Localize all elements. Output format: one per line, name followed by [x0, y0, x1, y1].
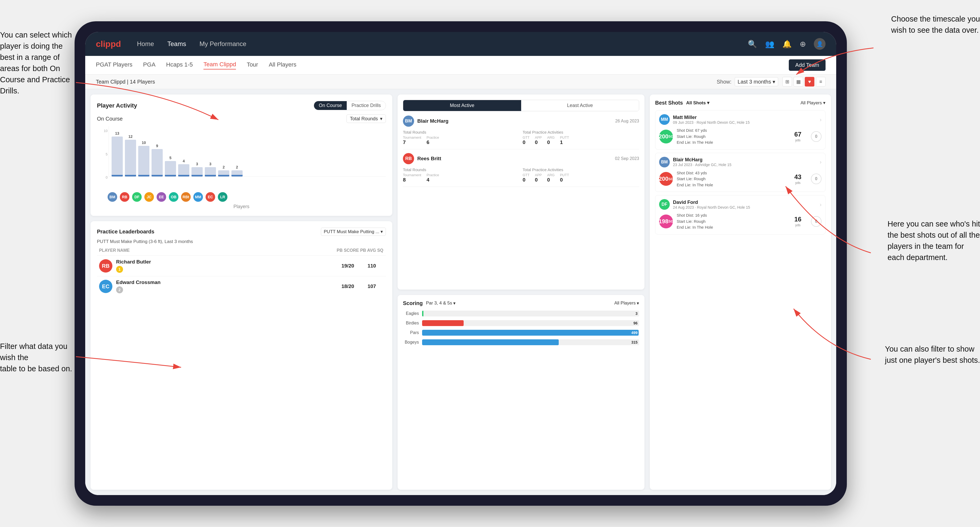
annotation-bottom-left: Filter what data you wish thetable to be… — [0, 341, 77, 374]
best-shots-title: Best Shots — [655, 100, 683, 106]
lb-row-crossman[interactable]: EC Edward Crossman 2 18/20 107 — [97, 276, 386, 297]
chart-filter-dropdown[interactable]: Total Rounds ▾ — [347, 114, 386, 123]
chevron-right-icon-3: › — [820, 202, 822, 208]
shot-stat2-mcharg: 0 — [811, 173, 822, 184]
avatar-butler[interactable]: RBt — [181, 192, 191, 202]
y-label-10: 10 — [97, 129, 108, 133]
shot-row-dford[interactable]: DF David Ford 24 Aug 2023 · Royal North … — [655, 195, 826, 235]
sub-nav-tour[interactable]: Tour — [247, 61, 258, 69]
scoring-filter2[interactable]: All Players ▾ — [614, 300, 639, 306]
lb-col-pbscore: PB SCORE — [336, 248, 360, 253]
shot-row-mcharg[interactable]: BM Blair McHarg 23 Jul 2023 · Ashridge G… — [655, 153, 826, 192]
sc-bar-pars: Pars 499 — [403, 330, 639, 336]
best-shots-card: Best Shots All Shots ▾ All Players ▾ MM … — [650, 94, 831, 490]
sub-nav-allplayers[interactable]: All Players — [269, 61, 296, 69]
leaderboard-select[interactable]: PUTT Must Make Putting ... ▾ — [321, 227, 386, 236]
shot-stat1-miller: 67 yds — [789, 131, 807, 142]
lb-col-pbavg: PB AVG SQ — [360, 248, 384, 253]
add-team-button[interactable]: Add Team — [789, 59, 826, 71]
avatar-robertson[interactable]: LR — [218, 192, 228, 202]
lb-score-crossman: 18/20 — [336, 284, 360, 289]
nav-item-teams[interactable]: Teams — [167, 40, 186, 48]
sub-nav-pga[interactable]: PGA — [143, 61, 155, 69]
lb-col-playername: PLAYER NAME — [99, 248, 336, 253]
avatar-miller[interactable]: MM — [193, 192, 203, 202]
view-heart-icon[interactable]: ♥ — [805, 77, 815, 86]
activity-player-mcharg: BM Blair McHarg 26 Aug 2023 Total Rounds… — [403, 116, 639, 149]
view-grid-icon[interactable]: ⊞ — [783, 77, 792, 86]
shot-meta-miller: 09 Jun 2023 · Royal North Devon GC, Hole… — [673, 120, 820, 125]
timescale-select[interactable]: Last 3 months ▾ — [735, 77, 778, 86]
shot-badge-miller: 200SG — [659, 130, 673, 143]
most-active-card: Most Active Least Active BM Blair McHarg… — [398, 94, 644, 290]
tablet-screen: clippd Home Teams My Performance 🔍 👥 🔔 ⊕… — [85, 32, 836, 495]
team-name: Team Clippd | 14 Players — [96, 79, 717, 85]
team-header: Team Clippd | 14 Players Show: Last 3 mo… — [85, 75, 836, 89]
avatar-ebert[interactable]: EE — [157, 192, 166, 202]
lb-name-crossman: Edward Crossman — [116, 279, 161, 285]
lb-score-butler: 19/20 — [336, 263, 360, 269]
ap-practice-britt: Total Practice Activities GTT 0 APP 0 — [523, 167, 640, 183]
shot-name-dford: David Ford — [673, 200, 820, 205]
shot-detail-mcharg: Shot Dist: 43 yds Start Lie: Rough End L… — [677, 170, 785, 188]
sub-nav-teamclippd[interactable]: Team Clippd — [204, 61, 236, 70]
sub-nav: PGAT Players PGA Hcaps 1-5 Team Clippd T… — [85, 56, 836, 75]
ap-practice-mcharg: Total Practice Activities GTT 0 APP 0 — [523, 130, 640, 145]
tab-most-active[interactable]: Most Active — [403, 100, 521, 111]
shot-stat1-dford: 16 yds — [789, 216, 807, 227]
on-course-toggle[interactable]: On Course — [314, 101, 347, 110]
chevron-right-icon: › — [820, 117, 822, 123]
player-activity-title: Player Activity — [97, 102, 314, 109]
users-icon[interactable]: 👥 — [765, 40, 775, 48]
circle-plus-icon[interactable]: ⊕ — [800, 40, 806, 48]
shot-row-miller[interactable]: MM Matt Miller 09 Jun 2023 · Royal North… — [655, 110, 826, 149]
avatar-britt[interactable]: RB — [120, 192, 129, 202]
avatar-mcharg[interactable]: BM — [108, 192, 117, 202]
shot-detail-dford: Shot Dist: 16 yds Start Lie: Rough End L… — [677, 213, 785, 230]
shot-info-dford: David Ford 24 Aug 2023 · Royal North Dev… — [673, 200, 820, 210]
tablet-frame: clippd Home Teams My Performance 🔍 👥 🔔 ⊕… — [75, 21, 847, 506]
sc-bar-eagles: Eagles 3 — [403, 311, 639, 316]
lb-row-butler[interactable]: RB Richard Butler 1 19/20 110 — [97, 256, 386, 276]
nav-item-myperformance[interactable]: My Performance — [199, 40, 247, 48]
bs-tab-allshots[interactable]: All Shots ▾ — [686, 100, 709, 106]
sub-nav-pgat[interactable]: PGAT Players — [96, 61, 132, 69]
annotation-right-middle: Here you can see who's hitthe best shots… — [888, 218, 980, 263]
ap-avatar-britt: RB — [403, 153, 414, 164]
view-tile-icon[interactable]: ▦ — [794, 77, 803, 86]
avatar-billingham[interactable]: OB — [169, 192, 178, 202]
shot-avatar-mcharg: BM — [659, 157, 670, 167]
annotation-top-left: You can select which player is doing the… — [0, 29, 77, 96]
sub-nav-hcaps[interactable]: Hcaps 1-5 — [166, 61, 193, 69]
annotation-top-right: Choose the timescale youwish to see the … — [891, 13, 980, 36]
lb-name-rank-crossman: Edward Crossman 2 — [116, 279, 161, 293]
bs-filter-allplayers[interactable]: All Players ▾ — [800, 100, 826, 106]
shot-badge-mcharg: 200SG — [659, 172, 673, 186]
view-list-icon[interactable]: ≡ — [816, 77, 826, 86]
activity-toggle-group: On Course Practice Drills — [314, 101, 386, 110]
ap-date-mcharg: 26 Aug 2023 — [615, 119, 639, 124]
y-label-0: 0 — [97, 175, 108, 179]
nav-items: Home Teams My Performance — [137, 40, 748, 48]
avatar-ford[interactable]: DF — [132, 192, 142, 202]
avatar[interactable]: 👤 — [814, 38, 826, 50]
lb-avatar-butler: RB — [99, 259, 112, 273]
on-course-label: On Course — [97, 116, 123, 122]
search-icon[interactable]: 🔍 — [748, 40, 757, 48]
player-activity-card: Player Activity On Course Practice Drill… — [91, 94, 392, 216]
tab-least-active[interactable]: Least Active — [521, 100, 639, 111]
shot-badge-dford: 198SG — [659, 214, 673, 229]
bar-ebert: 5 — [165, 156, 176, 176]
scoring-filter1[interactable]: Par 3, 4 & 5s ▾ — [426, 300, 455, 306]
shot-name-miller: Matt Miller — [673, 115, 820, 120]
shot-stat2-dford: 0 — [811, 216, 822, 227]
bar-ford: 10 — [138, 141, 150, 176]
avatar-coles[interactable]: JC — [144, 192, 154, 202]
practice-drills-toggle[interactable]: Practice Drills — [347, 101, 386, 110]
bell-icon[interactable]: 🔔 — [783, 40, 792, 48]
chevron-right-icon-2: › — [820, 159, 822, 165]
bar-mcharg: 13 — [111, 131, 123, 176]
show-label: Show: — [717, 79, 732, 85]
avatar-crossman[interactable]: EC — [205, 192, 215, 202]
nav-item-home[interactable]: Home — [137, 40, 154, 48]
